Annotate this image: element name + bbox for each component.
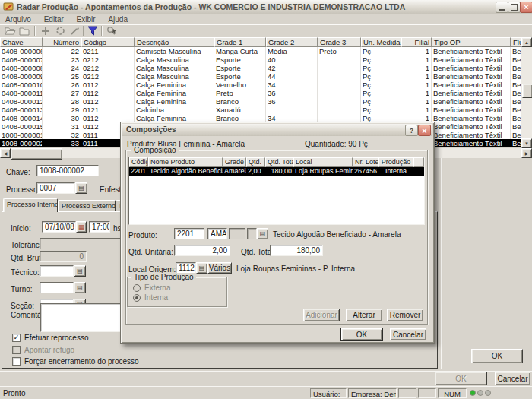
composicao-column-header[interactable]: Nr. Lote [353,157,378,167]
inicio-date-field[interactable]: 07/10/08 [42,221,76,233]
produto-codigo-field[interactable]: 2201 [174,228,204,239]
remover-button[interactable]: Remover [387,309,423,321]
alterar-button[interactable]: Alterar [346,309,382,321]
horizontal-scroll-thumb[interactable] [11,148,62,160]
composicao-column-header[interactable]: Código [129,157,148,167]
composicao-column-header[interactable]: Local [293,157,353,167]
scroll-down-button[interactable] [521,138,532,148]
grid-column-header[interactable]: Grade 3 [318,37,361,47]
open-button[interactable] [3,25,17,36]
grid-column-header[interactable]: Filial [401,37,432,47]
brush-icon [70,26,80,36]
tecnico-field[interactable] [40,265,74,277]
scroll-right-button[interactable] [521,148,532,158]
vertical-scroll-thumb[interactable] [522,84,532,98]
grid-cell: 24 [43,64,81,72]
chave-field[interactable]: 1008-000002 [36,165,99,176]
edit-button[interactable] [68,25,81,36]
grid-cell: Manga Curta [214,47,266,55]
maximize-button[interactable] [508,2,521,13]
calendar-button[interactable] [76,221,87,233]
tecnico-label: Técnico: [11,268,40,277]
grid-cell: 32 [43,131,81,139]
processo-field[interactable]: 0007 [36,182,75,194]
status-bar: Pronto Usuário: Empresa: Demo NUM [0,386,532,399]
checkbox-efetuar-reprocesso[interactable]: Efetuar reprocesso [12,333,89,342]
table-row[interactable]: 0408-000012280112Calça FemininaBranco36P… [0,97,521,106]
grid-cell: Pç [361,89,401,97]
processo-lookup-button[interactable] [75,182,87,194]
table-row[interactable]: 0408-000006220211Camiseta MasculinaManga… [0,47,521,55]
grid-column-header[interactable]: Fluxo [511,37,521,47]
turno-lookup-button[interactable] [74,282,86,293]
filter-button[interactable] [86,25,100,36]
scroll-left-button[interactable] [0,148,11,158]
radio-interna[interactable]: Interna [133,293,168,302]
grid-column-header[interactable]: Número [43,37,81,47]
table-row[interactable]: 0408-000013290121CalcinhaXanadúPç1Benefi… [0,106,521,114]
menu-item-arquivo[interactable]: Arquivo [0,14,36,24]
table-row[interactable]: 0408-000007230212Calça MasculinaEsporte4… [0,55,521,64]
table-row[interactable]: 0408-000011270112Calça FemininaPreto36Pç… [0,89,521,97]
qtd-bruta-field[interactable]: 0 [40,251,87,262]
cancel-button[interactable]: Cancelar [495,372,530,385]
refresh-button[interactable] [53,25,67,36]
composicao-table[interactable]: CódigoNome ProdutoGrade 1Qtd.Qtd. TotalL… [128,157,425,225]
composicao-column-header[interactable]: Nome Produto [148,157,223,167]
menu-item-exibir[interactable]: Exibir [71,14,101,24]
local-origem-field[interactable]: 1112 [176,262,196,274]
grid-cell: Calça Feminina [135,81,214,89]
grid-column-header[interactable]: Un. Medida [361,37,401,47]
produto-grade3-field[interactable] [247,228,257,239]
right-panel-ok-button[interactable]: OK [471,349,523,363]
table-row[interactable]: 2201Tecido Algodão BeneficiadoAmarela2,0… [129,167,424,176]
local-lookup-button[interactable] [196,262,207,274]
radio-icon [133,294,141,302]
produto-lookup-button[interactable] [257,228,268,239]
table-row[interactable]: 0408-000008240212Calça MasculinaEsporte4… [0,64,521,72]
composicao-column-header[interactable]: Grade 1 [223,157,246,167]
adicionar-button[interactable]: Adicionar [303,309,340,321]
dialog-help-button[interactable] [405,125,418,136]
checkbox-forcar-encerramento[interactable]: Forçar encerramento do processo [12,356,139,366]
composicao-column-header[interactable]: Qtd. Total [265,157,293,167]
tab-processo-interno[interactable]: Processo Interno [3,198,58,212]
grid-column-header[interactable]: Descrição [135,37,214,47]
ok-button[interactable]: OK [435,372,487,385]
grid-cell: 0408-000014 [0,114,43,122]
grid-column-header[interactable]: Chave [0,37,43,47]
checkbox-apontar-refugo[interactable]: Apontar refugo [12,345,74,354]
turno-field[interactable] [40,282,74,293]
produto-grade-field[interactable]: AMA [207,228,227,239]
dialog-cancel-button[interactable]: Cancelar [390,328,426,340]
grid-column-header[interactable]: Grade 1 [214,37,266,47]
tab-processo-externo[interactable]: Processo Externo [58,200,116,212]
produto-grade2-field[interactable] [229,228,245,239]
panel-splitter[interactable] [439,158,442,369]
table-row[interactable]: 0408-000010260112Calça FemininaVermelho3… [0,81,521,89]
add-button[interactable] [39,25,52,36]
grid-column-header[interactable]: Código [81,37,135,47]
grid-column-header[interactable]: Tipo OP [432,37,511,47]
composicao-column-header[interactable]: Produção [378,157,413,167]
qtd-unitaria-field[interactable]: 2,00 [174,245,230,256]
tecnico-lookup-button[interactable] [74,265,86,277]
close-button[interactable] [520,2,532,13]
composicao-column-header[interactable]: Qtd. [246,157,265,167]
inicio-time-field[interactable]: 17:00 [89,221,110,233]
preview-button[interactable] [105,25,119,36]
minimize-button[interactable] [496,2,508,13]
table-row[interactable]: 0408-000009250212Calça MasculinaEsporte4… [0,72,521,81]
menu-item-editar[interactable]: Editar [39,14,69,24]
tolerancia-field[interactable] [40,238,125,249]
grid-cell: Beneficiamento Têxtil [432,122,511,131]
radio-externa[interactable]: Externa [133,283,170,292]
save-button[interactable] [17,25,31,36]
qtd-total-field[interactable]: 180,00 [270,245,323,256]
grid-column-header[interactable]: Grade 2 [266,37,318,47]
dialog-ok-button[interactable]: OK [341,328,382,340]
varios-button[interactable]: Vários [207,262,232,274]
menu-item-ajuda[interactable]: Ajuda [103,14,133,24]
dialog-close-button[interactable] [418,125,431,136]
scroll-up-button[interactable] [521,37,532,47]
